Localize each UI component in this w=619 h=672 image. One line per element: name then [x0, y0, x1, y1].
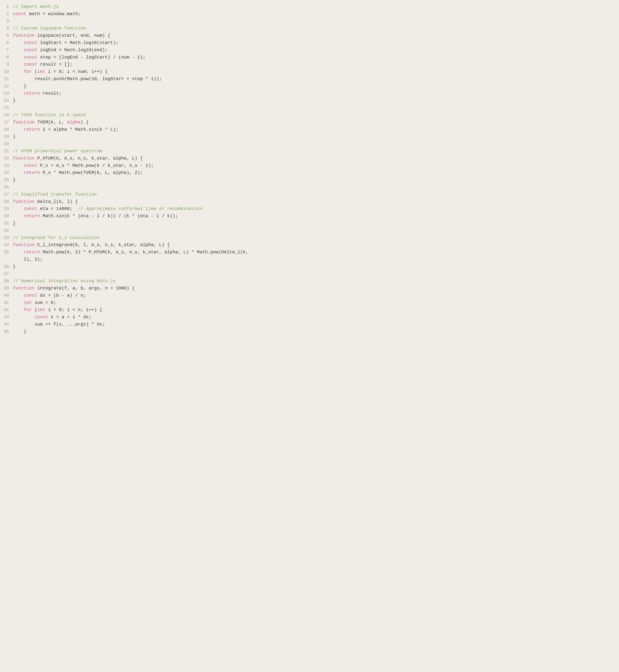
line-number: 16	[3, 112, 13, 119]
line-content: // Simplified transfer function	[13, 191, 97, 198]
code-line: 33// Integrand for C_l calculation	[0, 234, 619, 242]
line-content: const eta = 14000; // Approximate confor…	[13, 205, 202, 212]
code-line: 15	[0, 104, 619, 112]
code-line: 5function logspace(start, end, num) {	[0, 32, 619, 39]
code-line: 7 const logEnd = Math.log10(end);	[0, 47, 619, 54]
code-line: 30 return Math.sin(k * (eta - l / k)) / …	[0, 212, 619, 220]
line-number: 23	[3, 162, 13, 169]
line-number: 30	[3, 212, 13, 220]
code-line: 1// Import math.js	[0, 3, 619, 10]
line-number: 32	[3, 227, 13, 234]
code-line: 41 let sum = 0;	[0, 299, 619, 307]
line-content: for (let i = 0; i < num; i++) {	[13, 68, 108, 75]
code-line: 13 return result;	[0, 90, 619, 97]
line-content: function Delta_l(k, l) {	[13, 198, 78, 205]
line-number: 10	[3, 68, 13, 75]
code-line: 37	[0, 270, 619, 278]
code-line: 9 const result = [];	[0, 61, 619, 68]
code-line: 31}	[0, 220, 619, 227]
line-content: return Math.sin(k * (eta - l / k)) / (k …	[13, 212, 178, 220]
line-number: 33	[3, 234, 13, 242]
code-line: 35 return Math.pow(k, 2) * P_HTUM(k, A_s…	[0, 249, 619, 256]
line-content: return P_s * Math.pow(TVEM(k, L, alpha),…	[13, 169, 143, 176]
code-line-continuation: l), 2);	[0, 256, 619, 263]
line-number: 3	[3, 18, 13, 25]
line-content: const P_s = A_s * Math.pow(k / k_star, n…	[13, 162, 154, 169]
line-number: 27	[3, 191, 13, 198]
code-line: 8 const step = (logEnd - logStart) / (nu…	[0, 54, 619, 61]
line-number: 38	[3, 278, 13, 285]
code-line: 24 return P_s * Math.pow(TVEM(k, L, alph…	[0, 169, 619, 176]
code-line: 12 }	[0, 83, 619, 90]
code-line: 26	[0, 184, 619, 191]
line-number: 11	[3, 75, 13, 83]
line-number: 17	[3, 119, 13, 126]
line-content: result.push(Math.pow(10, logStart + step…	[13, 75, 162, 83]
line-number: 21	[3, 147, 13, 155]
line-content: }	[13, 263, 16, 270]
line-content: for (let i = 0; i < n; i++) {	[13, 306, 102, 314]
line-number: 19	[3, 133, 13, 140]
line-content: }	[13, 83, 26, 90]
line-number: 36	[3, 263, 13, 270]
line-number: 14	[3, 97, 13, 104]
line-number: 2	[3, 10, 13, 18]
code-line: 45 }	[0, 328, 619, 335]
line-number: 26	[3, 184, 13, 191]
line-number: 41	[3, 299, 13, 307]
code-line: 21// HTUM primordial power spectrum	[0, 147, 619, 155]
line-content: }	[13, 133, 16, 140]
line-content: return result;	[13, 90, 62, 97]
code-line: 38// Numerical integration using math.js	[0, 278, 619, 285]
line-number: 45	[3, 328, 13, 335]
line-number: 13	[3, 90, 13, 97]
line-content: }	[13, 176, 16, 184]
code-line: 42 for (let i = 0; i < n; i++) {	[0, 306, 619, 314]
line-number: 39	[3, 285, 13, 292]
line-number: 22	[3, 155, 13, 162]
code-line: 40 const dx = (b - a) / n;	[0, 292, 619, 299]
code-line: 23 const P_s = A_s * Math.pow(k / k_star…	[0, 162, 619, 169]
line-content: }	[13, 328, 26, 335]
code-line: 6 const logStart = Math.log10(start);	[0, 39, 619, 47]
line-number: 35	[3, 249, 13, 256]
line-content: l), 2);	[13, 256, 43, 263]
code-line: 32	[0, 227, 619, 234]
line-number: 44	[3, 321, 13, 328]
line-number: 20	[3, 140, 13, 147]
code-line: 11 result.push(Math.pow(10, logStart + s…	[0, 75, 619, 83]
code-line: 10 for (let i = 0; i < num; i++) {	[0, 68, 619, 75]
line-content: return Math.pow(k, 2) * P_HTUM(k, A_s, n…	[13, 249, 249, 256]
line-number: 7	[3, 47, 13, 54]
line-content: function C_l_integrand(k, l, A_s, n_s, k…	[13, 241, 170, 249]
line-content: return 1 + alpha * Math.sin(k * L);	[13, 126, 118, 133]
line-content: function integrate(f, a, b, args, n = 10…	[13, 285, 135, 292]
line-content: function logspace(start, end, num) {	[13, 32, 110, 39]
line-content: sum += f(x, ...args) * dx;	[13, 321, 105, 328]
code-line: 18 return 1 + alpha * Math.sin(k * L);	[0, 126, 619, 133]
line-number: 9	[3, 61, 13, 68]
line-number: 43	[3, 314, 13, 321]
code-line: 4// Custom logspace function	[0, 25, 619, 32]
line-number: 24	[3, 169, 13, 176]
line-content: const math = window.math;	[13, 10, 80, 18]
code-line: 44 sum += f(x, ...args) * dx;	[0, 321, 619, 328]
code-line: 27// Simplified transfer function	[0, 191, 619, 198]
line-number: 18	[3, 126, 13, 133]
line-number: 42	[3, 306, 13, 314]
code-line: 28function Delta_l(k, l) {	[0, 198, 619, 205]
code-line: 29 const eta = 14000; // Approximate con…	[0, 205, 619, 212]
line-content: let sum = 0;	[13, 299, 56, 307]
line-number: 5	[3, 32, 13, 39]
line-number: 29	[3, 205, 13, 212]
line-content: // Integrand for C_l calculation	[13, 234, 99, 242]
line-content: function TVEM(k, L, alpha) {	[13, 119, 89, 126]
line-content: const step = (logEnd - logStart) / (num …	[13, 54, 145, 61]
line-content: // TVEM function in k-space	[13, 112, 86, 119]
line-content: const logEnd = Math.log10(end);	[13, 47, 108, 54]
code-line: 34function C_l_integrand(k, l, A_s, n_s,…	[0, 241, 619, 249]
line-content: const x = a + i * dx;	[13, 314, 91, 321]
line-content: }	[13, 97, 16, 104]
code-line: 19}	[0, 133, 619, 140]
line-content: // Import math.js	[13, 3, 59, 10]
